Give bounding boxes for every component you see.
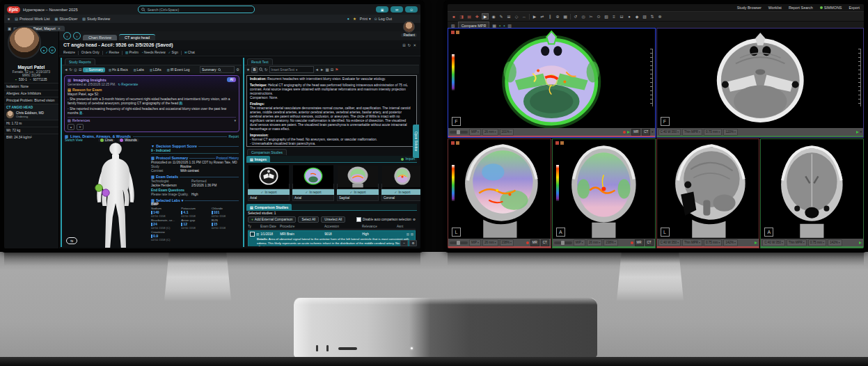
toolbar-icon-measure[interactable]: ⊕ — [555, 14, 560, 19]
wrench-icon[interactable]: ⚙ — [413, 218, 416, 221]
viewport-ct-coronal[interactable]: A C:40 W:350▾ Thin MPR▾ 0.75 mm▾ 142%▾ — [760, 138, 864, 248]
orders-only-button[interactable]: Orders Only — [81, 51, 100, 54]
mr-toggle[interactable]: MR — [631, 129, 640, 136]
toolbar-icon-target[interactable]: ◎ — [581, 14, 586, 19]
thumbnail-axial-2[interactable]: ✓In report Axial — [292, 165, 334, 201]
toolbar-icon-pan[interactable]: ↔ — [521, 15, 527, 19]
toolbar-icon-parallel[interactable]: ∥ — [547, 14, 553, 19]
clipboard-icon[interactable]: ▥ — [507, 23, 512, 28]
favorites-icon[interactable]: ★ — [353, 17, 356, 21]
dss-value[interactable]: 9 - Indicated — [151, 148, 239, 154]
toolbar-icon-sort[interactable]: ⇅ — [649, 14, 655, 19]
open-sidebar-tab[interactable]: Open Sidebar — [413, 125, 419, 158]
power-button[interactable]: ⊙ — [405, 6, 418, 13]
chevron-down-icon[interactable]: ▾ — [860, 130, 862, 134]
print-button[interactable]: Print▾ — [360, 17, 371, 21]
settings-button[interactable]: ⚙ — [409, 240, 417, 246]
comparison-studies-tab[interactable]: Comparison Studies — [247, 149, 287, 155]
table-icon[interactable]: ⊟ — [331, 67, 334, 72]
menu-protocol-work-list[interactable]: ▤Protocol Work List — [15, 17, 49, 21]
tab-ct-angio-head[interactable]: CT angio head — [119, 34, 155, 40]
toolbar-icon-annotate[interactable]: ✎ — [498, 14, 504, 19]
tab-ir-event-log[interactable]: ▥IR Event Log — [165, 67, 192, 72]
colormap-icon[interactable] — [560, 141, 564, 145]
needs-review-button[interactable]: ◔Needs Review — [141, 51, 166, 54]
tab-ldas[interactable]: ▥LDAs — [148, 67, 164, 72]
forward-icon[interactable]: › — [73, 32, 81, 40]
add-external-comparison-button[interactable]: +Add External Comparison — [248, 216, 296, 223]
refresh-icon[interactable]: ↻ — [408, 43, 411, 47]
window-dropdown[interactable]: C:40 W:350▾ — [762, 239, 785, 246]
close-icon[interactable]: ✕ — [58, 26, 61, 31]
restore-button[interactable]: Restore — [63, 51, 75, 54]
in-report-button[interactable]: ✓In report — [337, 189, 379, 195]
logout-button[interactable]: ⊙Log Out — [374, 17, 392, 21]
record-dot-icon[interactable] — [526, 241, 529, 244]
export-menu[interactable]: Export — [849, 6, 860, 10]
slab-dropdown[interactable]: 0.75 mm▾ — [808, 239, 826, 246]
record-dot-icon[interactable] — [631, 241, 633, 244]
zoom-dropdown[interactable]: 142%▾ — [828, 239, 842, 246]
references-row[interactable]: ▨ References ▾ — [68, 117, 236, 122]
toolbar-icon-window[interactable]: ⊞ — [506, 14, 512, 19]
mr-toggle[interactable]: MR — [635, 239, 644, 246]
print-icon[interactable]: ⊟ — [402, 43, 406, 47]
bold-button[interactable]: B — [251, 67, 258, 73]
user-menu[interactable]: SIMMONS — [820, 6, 842, 10]
rotate-figure-button[interactable]: ⇆ — [66, 237, 77, 244]
allergies-row[interactable]: Allergies: Ace Inhibitors — [4, 90, 58, 97]
user-avatar[interactable] — [403, 21, 415, 33]
pencil-icon[interactable]: ▾ — [182, 198, 184, 202]
mode-dropdown[interactable]: MIP▾ — [469, 239, 481, 246]
report-search-menu[interactable]: Report Search — [789, 6, 813, 10]
thumbnail-sagittal[interactable]: ✓In report Sagittal — [337, 165, 379, 201]
menu-icon[interactable]: ≡ — [8, 17, 10, 21]
study-reports-tab[interactable]: Study Reports — [65, 58, 95, 65]
undo-icon[interactable]: ↻ — [265, 67, 268, 72]
result-text-tab[interactable]: Result Text — [247, 58, 273, 65]
play-flag-icon[interactable] — [755, 241, 757, 244]
window-dropdown[interactable]: C:40 W:350▾ — [658, 239, 681, 246]
toolbar-icon-close-study[interactable]: ⊗ — [657, 14, 663, 19]
procedure-link[interactable]: MRI Brain — [280, 232, 323, 236]
flag-icon[interactable]: ⚑ — [335, 67, 338, 72]
viewport-ct-sagittal[interactable]: L C:40 W:350▾ Thin MPR▾ 0.75 mm▾ 142%▾ — [656, 138, 760, 248]
image-icon[interactable]: ▤ — [411, 232, 413, 236]
toolbar-icon-series[interactable]: ▤ — [466, 14, 472, 19]
lab-chloride[interactable]: Chloride10102/10 1558 — [212, 207, 239, 218]
sync-on-icon[interactable]: ▪ — [499, 24, 500, 28]
colormap-icon[interactable] — [456, 31, 459, 34]
collapse-button[interactable]: – — [400, 240, 408, 246]
select-all-button[interactable]: Select All — [298, 216, 319, 223]
toolbar-icon-record[interactable]: ● — [626, 15, 632, 19]
next-field-icon[interactable]: ► — [320, 67, 324, 72]
fusion-icon[interactable] — [451, 31, 455, 34]
zoom-dropdown[interactable]: 201%▾ — [500, 129, 514, 136]
toolbar-icon-layout[interactable]: ◨ — [459, 14, 464, 19]
colormap-icon[interactable] — [456, 141, 459, 145]
unselect-all-button[interactable]: Unselect All — [321, 216, 345, 223]
wrench-icon[interactable]: ⚙ — [236, 67, 239, 72]
toolbar-icon-crosshair[interactable]: ◉ — [491, 14, 496, 19]
play-icon[interactable]: ▶ — [532, 14, 537, 19]
toolbar-icon-shape[interactable]: ◇ — [514, 14, 519, 19]
phone-icon[interactable]: ● — [40, 47, 47, 54]
toolbar-icon-sphere[interactable]: ⊙ — [596, 14, 601, 19]
scroll-slider[interactable] — [450, 241, 468, 244]
tab-hx-recs[interactable]: ▥Hx & Recs — [106, 67, 130, 72]
in-report-button[interactable]: ✓In report — [381, 189, 420, 195]
slab-dropdown[interactable]: 0.75 mm▾ — [704, 129, 722, 136]
toolbar-icon-save[interactable]: ■ — [451, 15, 457, 19]
zoom-dropdown[interactable]: 142%▾ — [723, 239, 737, 246]
thumbnail-axial-1[interactable]: ✓In report Axial — [248, 165, 290, 201]
toolbar-icon-cut[interactable]: ✂ — [588, 14, 594, 19]
toolbar-icon-print[interactable]: ⊟ — [619, 14, 624, 19]
play-flag-icon[interactable] — [859, 241, 862, 244]
row-checkbox-checked[interactable] — [250, 232, 255, 237]
toolbar-icon-link[interactable]: ⇄ — [539, 14, 545, 19]
slab-dropdown[interactable]: 26 mm▾ — [482, 129, 498, 136]
chat-button[interactable]: ✉Chat — [184, 51, 195, 54]
workspace-icon[interactable]: ▣ — [8, 26, 11, 31]
mode-dropdown[interactable]: MIP▾ — [469, 129, 481, 136]
mr-toggle[interactable]: MR — [530, 239, 539, 246]
